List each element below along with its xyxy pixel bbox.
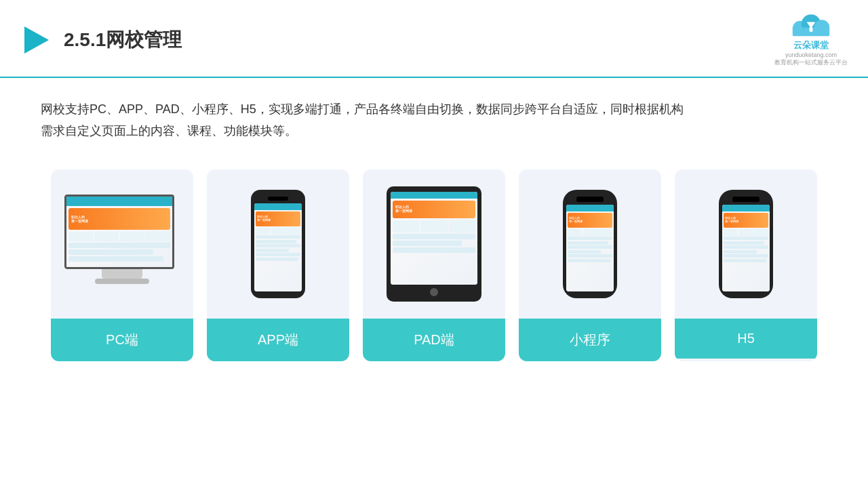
- logo-domain: yunduoketang.com: [785, 52, 837, 58]
- miniapp-label: 小程序: [519, 319, 661, 361]
- phone-notch: [268, 197, 288, 201]
- card-miniapp: 职达人的第一堂网课: [519, 169, 661, 361]
- monitor-stand: [102, 269, 142, 279]
- svg-rect-6: [810, 27, 813, 31]
- logo-area: 云朵课堂 yunduoketang.com 教育机构一站式服务云平台: [774, 12, 848, 67]
- logo-icon: [784, 12, 838, 39]
- app-phone: 职达人的第一堂网课: [251, 190, 305, 298]
- tablet-screen: 职达人的第一堂网课: [391, 192, 477, 285]
- h5-phone: 职达人的第一堂网课: [719, 190, 773, 298]
- miniapp-screen: 职达人的第一堂网课: [566, 205, 614, 291]
- pad-image-area: 职达人的第一堂网课: [363, 169, 505, 319]
- svg-marker-0: [24, 26, 49, 54]
- cards-container: 职达人的第一堂网课: [0, 156, 868, 375]
- play-icon: [20, 24, 53, 56]
- logo-tagline: 教育机构一站式服务云平台: [774, 58, 848, 67]
- pad-label: PAD端: [363, 319, 505, 361]
- tablet-home-btn: [430, 288, 438, 296]
- phone-screen: 职达人的第一堂网课: [254, 203, 302, 291]
- h5-image-area: 职达人的第一堂网课: [675, 169, 817, 319]
- pad-tablet: 职达人的第一堂网课: [387, 186, 481, 302]
- h5-screen: 职达人的第一堂网课: [722, 205, 770, 291]
- app-label: APP端: [207, 319, 349, 361]
- card-h5: 职达人的第一堂网课: [675, 169, 817, 361]
- header-left: 2.5.1网校管理: [20, 24, 182, 56]
- pc-monitor: 职达人的第一堂网课: [64, 195, 180, 293]
- miniapp-notch: [576, 197, 604, 202]
- header: 2.5.1网校管理 云朵课堂 yunduoketang.com 教育机构一站式服…: [0, 0, 868, 78]
- h5-notch: [732, 197, 760, 202]
- logo-name: 云朵课堂: [793, 39, 829, 52]
- pc-image-area: 职达人的第一堂网课: [51, 169, 193, 319]
- card-app: 职达人的第一堂网课: [207, 169, 349, 361]
- monitor-base: [95, 279, 149, 284]
- description: 网校支持PC、APP、PAD、小程序、H5，实现多端打通，产品各终端自由切换，数…: [0, 78, 868, 156]
- miniapp-phone: 职达人的第一堂网课: [563, 190, 617, 298]
- description-text-2: 需求自定义页面上的内容、课程、功能模块等。: [41, 124, 297, 138]
- miniapp-image-area: 职达人的第一堂网课: [519, 169, 661, 319]
- pc-label: PC端: [51, 319, 193, 361]
- page-title: 2.5.1网校管理: [64, 27, 182, 53]
- description-text: 网校支持PC、APP、PAD、小程序、H5，实现多端打通，产品各终端自由切换，数…: [41, 102, 684, 116]
- card-pc: 职达人的第一堂网课: [51, 169, 193, 361]
- card-pad: 职达人的第一堂网课 PAD端: [363, 169, 505, 361]
- monitor-screen: 职达人的第一堂网课: [64, 195, 174, 269]
- app-image-area: 职达人的第一堂网课: [207, 169, 349, 319]
- h5-label: H5: [675, 319, 817, 359]
